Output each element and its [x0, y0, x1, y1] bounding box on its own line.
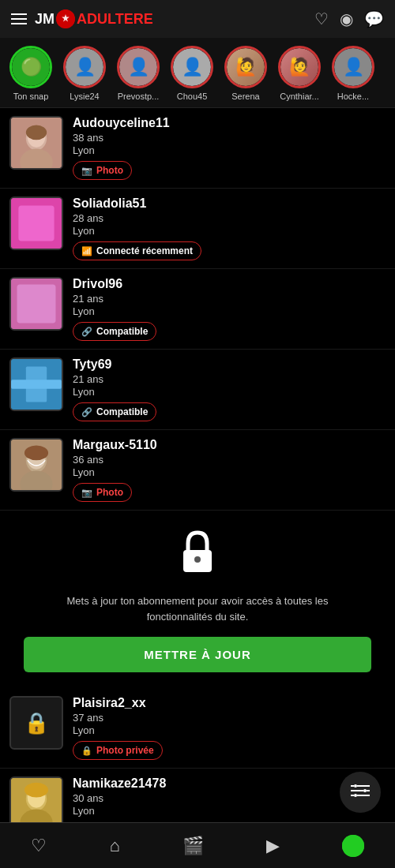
- story-label: Cynthiar...: [280, 92, 319, 101]
- story-item[interactable]: 🙋 Cynthiar...: [275, 46, 324, 101]
- bottom-nav: ♡ ⌂ 🎬 ▶: [0, 822, 395, 868]
- story-avatar: 🙋: [278, 46, 321, 88]
- photo-badge-label: Photo: [96, 165, 123, 176]
- lock-badge-icon: 🔒: [81, 746, 92, 756]
- svg-point-26: [24, 783, 48, 798]
- profile-item[interactable]: Audouyceline11 38 ans Lyon 📷 Photo: [0, 108, 395, 189]
- filter-fab[interactable]: [340, 772, 381, 813]
- profile-age: 21 ans: [73, 373, 386, 385]
- logo-jm: JM: [35, 11, 55, 28]
- connected-badge-label: Connecté récemment: [96, 245, 193, 256]
- profile-item[interactable]: Margaux-5110 36 ans Lyon 📷 Photo: [0, 430, 395, 511]
- story-item[interactable]: 👤 Lysie24: [60, 46, 109, 101]
- nav-video[interactable]: ▶: [266, 836, 280, 856]
- profile-city: Lyon: [73, 305, 386, 317]
- upgrade-section: Mets à jour ton abonnement pour avoir ac…: [0, 511, 395, 688]
- profile-info: Drivol96 21 ans Lyon 🔗 Compatible: [73, 277, 386, 341]
- story-avatar: 👤: [332, 46, 374, 88]
- story-avatar-inner: 👤: [173, 48, 211, 86]
- profile-name: Margaux-5110: [73, 438, 386, 452]
- profile-item[interactable]: Drivol96 21 ans Lyon 🔗 Compatible: [0, 269, 395, 350]
- profile-age: 38 ans: [73, 132, 386, 144]
- nav-home[interactable]: ⌂: [109, 836, 119, 856]
- story-item[interactable]: 🙋 Serena: [221, 46, 270, 101]
- header: JM ADULTERE ♡ ◉ 💬: [0, 0, 395, 38]
- upgrade-button[interactable]: METTRE À JOUR: [24, 637, 371, 672]
- favorites-icon[interactable]: ♡: [314, 9, 329, 28]
- profile-item[interactable]: Soliadolia51 28 ans Lyon 📶 Connecté réce…: [0, 189, 395, 269]
- profile-thumb: [9, 438, 63, 492]
- story-item[interactable]: 👤 Hocke...: [329, 46, 378, 101]
- svg-point-18: [24, 446, 48, 461]
- profile-age: 21 ans: [73, 293, 386, 305]
- story-label: Ton snap: [13, 92, 49, 101]
- locked-profile-list: 🔒 Plaisira2_xx 37 ans Lyon 🔒 Photo privé…: [0, 688, 395, 839]
- svg-point-28: [354, 794, 357, 797]
- svg-point-20: [194, 556, 201, 563]
- messages-icon[interactable]: 💬: [364, 9, 384, 28]
- story-avatar-inner: 🟢: [12, 48, 50, 86]
- profile-age: 30 ans: [73, 792, 386, 804]
- private-photo-label: Photo privée: [96, 745, 154, 756]
- play-nav-icon: ▶: [266, 836, 280, 856]
- story-item[interactable]: 👤 Chou45: [167, 46, 216, 101]
- photo-badge[interactable]: 📷 Photo: [73, 483, 132, 502]
- profile-item[interactable]: 🔒 Plaisira2_xx 37 ans Lyon 🔒 Photo privé…: [0, 688, 395, 769]
- story-avatar: 👤: [63, 46, 106, 88]
- story-avatar: 👤: [171, 46, 213, 88]
- heart-nav-icon: ♡: [31, 836, 47, 856]
- profile-info: Soliadolia51 28 ans Lyon 📶 Connecté réce…: [73, 196, 386, 260]
- nav-favorites[interactable]: ♡: [31, 836, 47, 856]
- profile-city: Lyon: [73, 466, 386, 478]
- story-label: Lysie24: [70, 92, 100, 101]
- profile-city: Lyon: [73, 805, 386, 817]
- profile-name: Audouyceline11: [73, 116, 386, 130]
- compatible-badge-label: Compatible: [96, 326, 148, 337]
- camera-nav-icon: 🎬: [182, 836, 204, 856]
- photo-badge-icon: 📷: [81, 488, 92, 498]
- private-photo-badge[interactable]: 🔒 Photo privée: [73, 741, 163, 760]
- photo-badge-label: Photo: [96, 487, 123, 498]
- profile-city: Lyon: [73, 386, 386, 398]
- photo-badge[interactable]: 📷 Photo: [73, 161, 132, 180]
- profile-info: Namikaze21478 30 ans Lyon: [73, 776, 386, 821]
- stories-row: 🟢 Ton snap 👤 Lysie24 👤 Prevostp... 👤 Cho…: [0, 38, 395, 108]
- profile-city: Lyon: [73, 724, 386, 736]
- menu-button[interactable]: [11, 13, 27, 24]
- profile-list: Audouyceline11 38 ans Lyon 📷 Photo Solia…: [0, 108, 395, 511]
- story-item[interactable]: 🟢 Ton snap: [6, 46, 55, 101]
- profile-info: Plaisira2_xx 37 ans Lyon 🔒 Photo privée: [73, 696, 386, 760]
- lock-overlay-icon: 🔒: [11, 698, 62, 748]
- logo-icon: [56, 9, 75, 28]
- story-avatar-inner: 👤: [334, 48, 372, 86]
- story-avatar: 👤: [117, 46, 160, 88]
- header-icons: ♡ ◉ 💬: [314, 9, 384, 28]
- story-label: Chou45: [177, 92, 208, 101]
- profile-age: 37 ans: [73, 712, 386, 724]
- story-item[interactable]: 👤 Prevostp...: [114, 46, 163, 101]
- svg-point-6: [26, 125, 47, 140]
- nav-camera[interactable]: 🎬: [182, 836, 204, 856]
- compatible-badge-label: Compatible: [96, 406, 148, 417]
- header-left: JM ADULTERE: [11, 9, 153, 28]
- profile-info: Margaux-5110 36 ans Lyon 📷 Photo: [73, 438, 386, 502]
- profile-info: Tyty69 21 ans Lyon 🔗 Compatible: [73, 357, 386, 421]
- compatible-badge[interactable]: 🔗 Compatible: [73, 402, 156, 421]
- svg-rect-13: [11, 380, 62, 388]
- upgrade-text: Mets à jour ton abonnement pour avoir ac…: [47, 593, 348, 624]
- unlock-icon: [177, 529, 218, 584]
- profile-name: Plaisira2_xx: [73, 696, 386, 710]
- logo: JM ADULTERE: [35, 9, 153, 28]
- story-avatar: 🙋: [224, 46, 267, 88]
- profile-age: 28 ans: [73, 212, 386, 224]
- compatible-badge[interactable]: 🔗 Compatible: [73, 322, 156, 341]
- profile-item[interactable]: Tyty69 21 ans Lyon 🔗 Compatible: [0, 350, 395, 430]
- story-label: Serena: [231, 92, 259, 101]
- story-avatar-inner: 👤: [66, 48, 103, 86]
- filter-icon: [351, 781, 370, 804]
- profile-info: Audouyceline11 38 ans Lyon 📷 Photo: [73, 116, 386, 180]
- connected-badge[interactable]: 📶 Connecté récemment: [73, 241, 201, 260]
- views-icon[interactable]: ◉: [340, 9, 353, 28]
- svg-point-27: [354, 784, 357, 788]
- nav-status[interactable]: [342, 835, 364, 857]
